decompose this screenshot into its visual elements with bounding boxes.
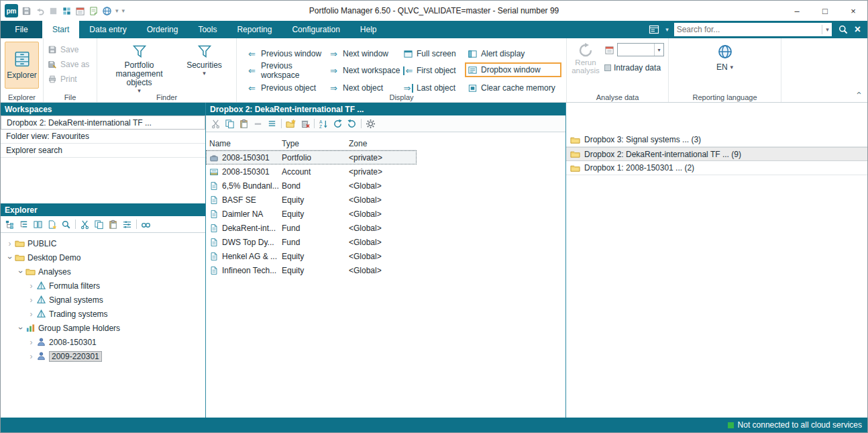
next-object-button[interactable]: ⇒Next object [328,82,403,94]
tab-start[interactable]: Start [42,21,79,38]
close-button[interactable]: × [839,1,867,21]
portfolio-management-objects-button[interactable]: Portfolio management objects ▾ [103,42,176,91]
clear-cache-button[interactable]: Clear cache memory [468,82,561,94]
table-row[interactable]: BASF SE Equity <Global> [206,193,417,207]
previous-window-button[interactable]: ⇐Previous window [246,48,328,60]
save-icon[interactable] [21,6,32,16]
globe-icon[interactable] [717,44,733,60]
minimize-button[interactable]: – [783,1,811,21]
chevron-right-icon[interactable]: › [28,352,35,361]
workspace-item-explorer-search[interactable]: Explorer search [1,144,205,158]
table-row[interactable]: Henkel AG & ... Equity <Global> [206,249,417,263]
table-row[interactable]: Infineon Tech... Equity <Global> [206,263,417,277]
search-input[interactable] [677,25,822,34]
explorer-button[interactable]: Explorer [5,42,39,89]
tab-data-entry[interactable]: Data entry [79,21,136,38]
tree-item-analyses[interactable]: › Analyses [1,264,205,279]
save-as-button[interactable]: Save as [48,58,93,70]
list-icon[interactable] [267,119,277,129]
tree-item-signal-systems[interactable]: › Signal systems [1,293,205,307]
table-row[interactable]: Daimler NA Equity <Global> [206,207,417,221]
save-button[interactable]: Save [48,44,93,56]
paste-icon[interactable] [239,119,249,129]
ribbon-close-icon[interactable]: × [855,23,861,36]
chevron-down-icon[interactable]: › [16,324,25,332]
maximize-button[interactable]: □ [811,1,839,21]
reporting-language-dropdown[interactable]: EN ▾ [716,62,733,72]
chevron-right-icon[interactable]: › [28,281,35,291]
chevron-right-icon[interactable]: › [6,239,13,248]
cut-icon[interactable] [211,119,221,129]
column-header-zone[interactable]: Zone [349,139,416,148]
previous-workspace-button[interactable]: ⇐Previous workspace [246,64,328,77]
chevron-down-icon[interactable]: ▾ [654,44,663,56]
tree-item-public[interactable]: › PUBLIC [1,236,205,250]
full-screen-button[interactable]: Full screen [403,48,468,60]
delete-icon[interactable] [300,119,310,129]
note-icon[interactable] [89,6,99,16]
tab-tools[interactable]: Tools [188,21,227,38]
filter-settings-icon[interactable] [122,220,132,230]
analysis-date-input[interactable] [618,44,654,56]
qat-customize-icon[interactable]: ▾ [122,7,125,14]
next-window-button[interactable]: ⇒Next window [328,48,403,60]
rerun-analysis-button[interactable]: Rerun analysis [571,42,600,91]
search-icon[interactable] [837,24,849,35]
tree-view-icon[interactable] [5,220,15,230]
list-item-dropbox1[interactable]: Dropbox 1: 2008-150301 ... (2) [566,161,867,175]
table-row[interactable]: 2008-150301 Account <private> [206,164,417,179]
globe-icon[interactable] [102,6,112,16]
column-header-type[interactable]: Type [282,139,349,148]
settings-gear-icon[interactable] [366,119,376,129]
chevron-right-icon[interactable]: › [28,295,35,305]
last-object-button[interactable]: ⇒Last object [403,82,468,94]
analysis-date-combo[interactable]: ▾ [617,43,664,56]
list-item-dropbox3[interactable]: Dropbox 3: Signal systems ... (3) [566,133,867,147]
tab-file[interactable]: File [1,21,42,38]
tree-item-formula-filters[interactable]: › Formula filters [1,279,205,293]
new-item-icon[interactable] [47,220,57,230]
securities-button[interactable]: Securities ▾ [178,42,231,91]
paste-icon[interactable] [108,220,118,230]
tree-item-trading-systems[interactable]: › Trading systems [1,307,205,321]
find-icon[interactable] [141,220,151,230]
tab-help[interactable]: Help [350,21,387,38]
search-icon[interactable] [61,220,71,230]
undo-icon[interactable] [35,6,45,16]
tab-ordering[interactable]: Ordering [137,21,188,38]
tree-item-2009-220301[interactable]: › 2009-220301 [1,349,205,363]
search-dropdown-icon[interactable]: ▾ [822,25,829,34]
calendar-icon[interactable] [75,6,85,16]
dropbox-window-button[interactable]: Dropbox window [465,62,561,77]
tree-item-2008-150301[interactable]: › 2008-150301 [1,335,205,349]
window-list-dropdown-icon[interactable]: ▾ [665,26,669,33]
first-object-button[interactable]: ⇐First object [403,64,468,77]
tree-item-group-sample-holders[interactable]: › Group Sample Holders [1,321,205,335]
tab-reporting[interactable]: Reporting [227,21,282,38]
table-row[interactable]: 6,5% Bundanl... Bond <Global> [206,179,417,193]
table-row[interactable]: DekaRent-int... Fund <Global> [206,221,417,235]
workspace-item-folder-view[interactable]: Folder view: Favourites [1,130,205,144]
chevron-right-icon[interactable]: › [28,309,35,319]
intraday-data-toggle[interactable]: Intraday data [604,63,664,73]
remove-icon[interactable] [253,119,263,129]
list-item-dropbox2[interactable]: Dropbox 2: DekaRent-international TF ...… [566,147,867,161]
collapse-ribbon-icon[interactable]: › [853,91,863,94]
chevron-down-icon[interactable]: › [16,268,25,275]
grid-icon[interactable] [62,6,72,16]
tree-list-icon[interactable] [19,220,29,230]
stop-icon[interactable] [48,6,58,16]
print-button[interactable]: Print [48,73,93,85]
refresh-icon[interactable] [333,119,343,129]
new-folder-icon[interactable] [286,119,296,129]
table-row[interactable]: 2008-150301 Portfolio <private> [206,150,417,164]
alert-display-button[interactable]: Alert display [468,48,561,60]
tab-configuration[interactable]: Configuration [282,21,349,38]
refresh-reverse-icon[interactable] [347,119,357,129]
copy-icon[interactable] [94,220,104,230]
table-row[interactable]: DWS Top Dy... Fund <Global> [206,235,417,249]
qat-dropdown-icon[interactable]: ▾ [115,7,119,14]
tree-item-desktop-demo[interactable]: › Desktop Demo [1,250,205,264]
chevron-down-icon[interactable]: › [5,254,15,261]
window-list-icon[interactable] [648,24,660,35]
